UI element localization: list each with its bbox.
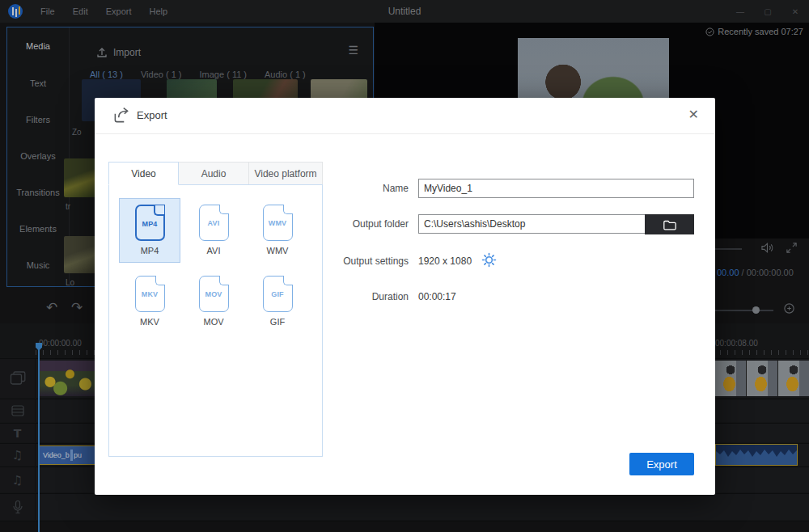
- format-caption: MKV: [140, 317, 159, 327]
- dialog-header: Export ✕: [95, 98, 715, 134]
- output-settings-row: Output settings 1920 x 1080: [95, 251, 709, 272]
- close-dialog-icon[interactable]: ✕: [688, 107, 699, 122]
- output-settings-value: 1920 x 1080: [418, 255, 472, 267]
- output-folder-label: Output folder: [95, 218, 409, 230]
- duration-row: Duration 00:00:17: [95, 287, 709, 308]
- export-button[interactable]: Export: [629, 453, 694, 475]
- format-panel: Video Audio Video platform MP4 MP4 AVI A…: [108, 162, 323, 457]
- folder-icon: [663, 218, 677, 231]
- app-window: File Edit Export Help Untitled — ▢ ✕ Med…: [0, 0, 809, 532]
- dialog-title: Export: [137, 109, 167, 121]
- duration-value: 00:00:17: [418, 291, 456, 302]
- tab-video[interactable]: Video: [108, 162, 179, 185]
- export-icon: [112, 106, 131, 125]
- browse-folder-button[interactable]: [645, 214, 694, 234]
- name-input[interactable]: [418, 179, 694, 198]
- duration-label: Duration: [95, 291, 409, 302]
- output-folder-row: Output folder: [95, 214, 709, 235]
- export-dialog: Export ✕ Video Audio Video platform MP4 …: [95, 98, 715, 495]
- output-folder-input[interactable]: [418, 214, 646, 234]
- name-row: Name: [95, 179, 709, 200]
- gear-icon: [481, 252, 497, 268]
- output-settings-label: Output settings: [95, 255, 409, 267]
- format-caption: MOV: [203, 317, 223, 327]
- format-caption: GIF: [270, 317, 285, 327]
- settings-button[interactable]: [481, 252, 498, 268]
